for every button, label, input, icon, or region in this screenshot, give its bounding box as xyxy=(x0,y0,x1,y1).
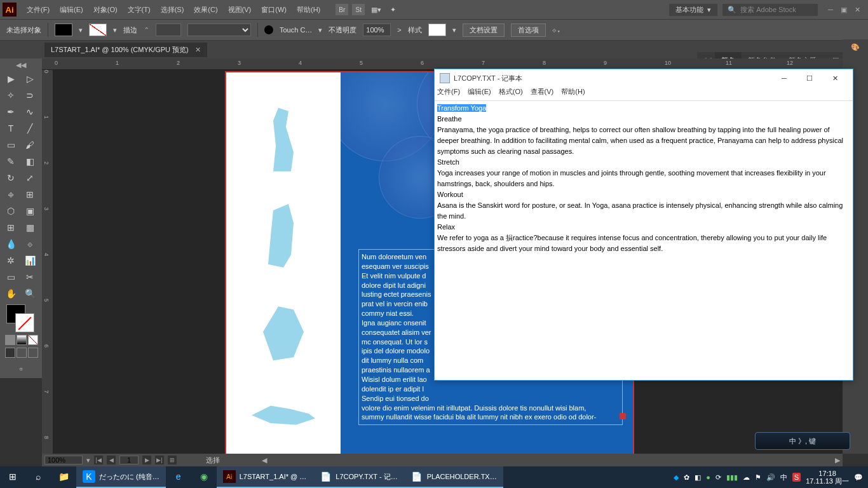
opacity-field[interactable] xyxy=(363,24,391,36)
zoom-tool[interactable]: 🔍 xyxy=(20,285,39,302)
prev-artboard-button[interactable]: ◀ xyxy=(107,456,116,464)
fill-stroke-swatches[interactable] xyxy=(6,304,34,332)
np-menu-file[interactable]: 文件(F) xyxy=(437,87,460,100)
workspace-switcher[interactable]: 基本功能▾ xyxy=(669,4,717,16)
pen-tool[interactable]: ✒ xyxy=(1,104,20,120)
tray-icon[interactable]: ● xyxy=(706,473,710,481)
gpu-icon[interactable]: ✦ xyxy=(390,6,396,14)
free-transform-tool[interactable]: ⊞ xyxy=(20,186,39,203)
menu-file[interactable]: 文件(F) xyxy=(22,5,55,15)
chevron-down-icon[interactable]: ▾ xyxy=(113,26,117,34)
menu-window[interactable]: 窗口(W) xyxy=(256,5,292,15)
gradient-mode[interactable] xyxy=(17,335,27,345)
blend-tool[interactable]: ⟐ xyxy=(20,236,39,252)
scale-tool[interactable]: ⤢ xyxy=(20,170,39,186)
music-player[interactable]: Kだったのに (纯音… xyxy=(76,466,166,488)
lasso-tool[interactable]: ⊃ xyxy=(20,87,39,104)
hand-tool[interactable]: ✋ xyxy=(1,285,20,302)
selection-tool[interactable]: ▶ xyxy=(1,71,20,87)
notifications-icon[interactable]: 💬 xyxy=(854,473,863,482)
close-icon[interactable]: ✕ xyxy=(855,6,860,14)
tray-icon[interactable]: ☁ xyxy=(743,473,750,482)
maximize-button[interactable]: ☐ xyxy=(797,69,822,87)
yoga-figure-4[interactable] xyxy=(252,396,315,428)
network-icon[interactable]: ▮▮▮ xyxy=(726,473,738,482)
arrange-docs-icon[interactable]: ▦▾ xyxy=(371,6,381,14)
system-tray[interactable]: ◆ ✿ ◧ ● ⟳ ▮▮▮ ☁ ⚑ 🔊 中 S 17:1817.11.13 周一… xyxy=(674,470,868,485)
np-menu-edit[interactable]: 编辑(E) xyxy=(468,87,491,100)
first-artboard-button[interactable]: |◀ xyxy=(94,456,103,464)
tray-icon[interactable]: ⚑ xyxy=(755,473,761,482)
perspective-tool[interactable]: ▣ xyxy=(20,203,39,219)
search-button[interactable]: ⌕ xyxy=(25,466,51,488)
edge-browser[interactable]: e xyxy=(166,466,191,488)
yoga-figure-1[interactable] xyxy=(258,108,309,172)
draw-behind[interactable] xyxy=(17,348,27,358)
taskbar-notepad[interactable]: 📄L7COPY.TXT - 记… xyxy=(313,466,403,488)
slice-tool[interactable]: ✂ xyxy=(20,269,39,285)
brush-select[interactable] xyxy=(187,24,251,36)
none-mode[interactable] xyxy=(28,335,38,345)
symbol-sprayer-tool[interactable]: ✲ xyxy=(1,252,20,269)
screen-mode[interactable]: ▫ xyxy=(1,360,41,377)
touch-label[interactable]: Touch C… xyxy=(280,26,312,34)
stock-icon[interactable]: St xyxy=(352,4,365,15)
np-menu-view[interactable]: 查看(V) xyxy=(531,87,554,100)
next-artboard-button[interactable]: ▶ xyxy=(142,456,151,464)
ruler-vertical[interactable]: 0123456789 xyxy=(42,70,53,454)
palette-icon[interactable]: 🎨 xyxy=(843,39,868,55)
menu-select[interactable]: 选择(S) xyxy=(156,5,189,15)
clock[interactable]: 17:1817.11.13 周一 xyxy=(806,470,849,485)
draw-inside[interactable] xyxy=(28,348,38,358)
minimize-button[interactable]: ─ xyxy=(771,69,797,87)
menu-view[interactable]: 视图(V) xyxy=(223,5,257,15)
menu-edit[interactable]: 编辑(E) xyxy=(55,5,88,15)
rotate-tool[interactable]: ↻ xyxy=(1,170,20,186)
tools-collapse-icon[interactable]: ◀◀ xyxy=(1,60,41,71)
width-tool[interactable]: ⎆ xyxy=(1,186,20,203)
fill-swatch[interactable] xyxy=(55,24,72,36)
bridge-icon[interactable]: Br xyxy=(336,4,348,15)
align-icon[interactable]: ⟐▾ xyxy=(552,26,561,34)
file-explorer[interactable]: 📁 xyxy=(51,466,76,488)
ime-icon[interactable]: 中 xyxy=(780,473,787,482)
start-button[interactable]: ⊞ xyxy=(0,466,25,488)
volume-icon[interactable]: 🔊 xyxy=(766,473,775,482)
taskbar-illustrator[interactable]: AiL7START_1.AI* @ … xyxy=(217,466,313,488)
mesh-tool[interactable]: ⊞ xyxy=(1,219,20,236)
yoga-figure-2[interactable] xyxy=(258,204,309,268)
graph-tool[interactable]: 📊 xyxy=(20,252,39,269)
overflow-icon[interactable] xyxy=(620,413,626,419)
line-tool[interactable]: ╱ xyxy=(20,120,39,137)
color-mode[interactable] xyxy=(5,335,15,345)
zoom-field[interactable] xyxy=(44,456,83,464)
notepad-textarea[interactable]: Transform Yoga Breathe Pranayama, the yo… xyxy=(435,101,853,380)
stock-search[interactable]: 🔍搜索 Adobe Stock xyxy=(722,4,818,16)
last-artboard-button[interactable]: ▶| xyxy=(155,456,164,464)
preferences-button[interactable]: 首选项 xyxy=(511,24,546,37)
close-button[interactable]: ✕ xyxy=(822,69,848,87)
chevron-down-icon[interactable]: ▾ xyxy=(79,26,83,34)
draw-normal[interactable] xyxy=(5,348,15,358)
tray-icon[interactable]: ✿ xyxy=(684,473,689,482)
yoga-figure-3[interactable] xyxy=(258,300,309,363)
menu-help[interactable]: 帮助(H) xyxy=(292,5,325,15)
rectangle-tool[interactable]: ▭ xyxy=(1,137,20,153)
stroke-dec[interactable]: ⌃ xyxy=(144,26,149,34)
style-swatch[interactable] xyxy=(428,24,446,36)
tray-icon[interactable]: ⟳ xyxy=(715,473,721,482)
menu-type[interactable]: 文字(T) xyxy=(123,5,156,15)
paintbrush-tool[interactable]: 🖌 xyxy=(20,137,39,153)
tray-icon[interactable]: ◆ xyxy=(674,473,679,482)
scroll-right-icon[interactable]: ▶ xyxy=(835,456,840,464)
direct-selection-tool[interactable]: ▷ xyxy=(20,71,39,87)
stroke-swatch[interactable] xyxy=(89,24,107,36)
close-icon[interactable]: ✕ xyxy=(195,46,201,54)
browser-360[interactable]: ◉ xyxy=(191,466,217,488)
ime-brand-icon[interactable]: S xyxy=(792,473,801,482)
magic-wand-tool[interactable]: ✧ xyxy=(1,87,20,104)
artboard-index-field[interactable] xyxy=(119,456,139,464)
document-setup-button[interactable]: 文档设置 xyxy=(463,24,505,37)
minimize-icon[interactable]: ─ xyxy=(828,6,833,14)
eyedropper-tool[interactable]: 💧 xyxy=(1,236,20,252)
